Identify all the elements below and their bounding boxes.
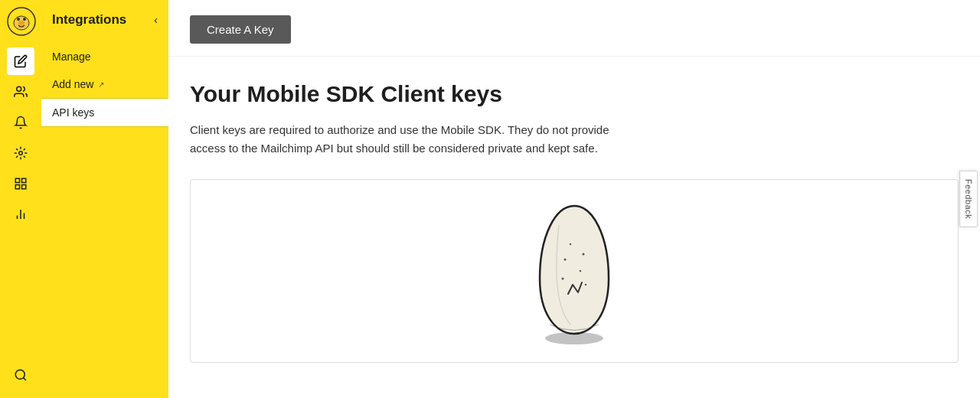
sidebar-item-add-new[interactable]: Add new ↗	[41, 70, 168, 98]
svg-point-20	[580, 270, 581, 272]
svg-line-15	[23, 377, 25, 380]
nav-icon-automations[interactable]	[7, 139, 34, 167]
main-toolbar: Create A Key	[168, 0, 980, 57]
nav-icon-content[interactable]	[7, 170, 34, 197]
page-title: Your Mobile SDK Client keys	[190, 81, 959, 107]
svg-rect-7	[15, 178, 19, 182]
sidebar: Integrations ‹ Manage Add new ↗ API keys	[41, 0, 168, 398]
main-area: Create A Key Your Mobile SDK Client keys…	[168, 0, 980, 398]
nav-icon-audience[interactable]	[7, 78, 34, 106]
svg-point-18	[583, 253, 585, 256]
sidebar-item-api-keys-label: API keys	[52, 106, 94, 119]
sidebar-collapse-button[interactable]: ‹	[154, 14, 158, 26]
sidebar-header: Integrations ‹	[41, 12, 168, 43]
nav-icon-campaigns[interactable]	[7, 109, 34, 136]
create-key-button[interactable]: Create A Key	[190, 15, 291, 44]
svg-point-17	[564, 259, 567, 261]
sidebar-title: Integrations	[52, 12, 126, 28]
svg-point-19	[570, 243, 571, 245]
egg-illustration	[521, 194, 628, 347]
nav-icon-search[interactable]	[7, 361, 34, 389]
nav-icon-reports[interactable]	[7, 201, 34, 228]
svg-point-14	[15, 370, 24, 379]
svg-rect-9	[22, 185, 26, 189]
empty-state-box	[190, 179, 959, 363]
sidebar-item-api-keys[interactable]: API keys	[41, 98, 168, 127]
sidebar-item-add-new-label: Add new	[52, 78, 93, 90]
sidebar-item-manage-label: Manage	[52, 51, 91, 63]
icon-bar	[0, 0, 41, 398]
svg-point-4	[18, 21, 24, 25]
page-description: Client keys are required to authorize an…	[190, 121, 634, 158]
feedback-tab[interactable]: Feedback	[959, 171, 978, 227]
nav-icon-edit[interactable]	[7, 47, 34, 75]
svg-point-6	[19, 152, 23, 155]
sidebar-item-manage[interactable]: Manage	[41, 43, 168, 70]
svg-rect-10	[15, 185, 19, 189]
svg-point-2	[17, 18, 20, 21]
app-logo[interactable]	[6, 6, 35, 35]
svg-point-3	[23, 18, 26, 21]
main-content: Your Mobile SDK Client keys Client keys …	[168, 57, 980, 398]
svg-rect-8	[22, 178, 26, 182]
svg-point-22	[585, 284, 586, 285]
svg-point-5	[17, 86, 21, 91]
svg-point-21	[562, 278, 564, 280]
external-link-icon: ↗	[98, 80, 104, 89]
